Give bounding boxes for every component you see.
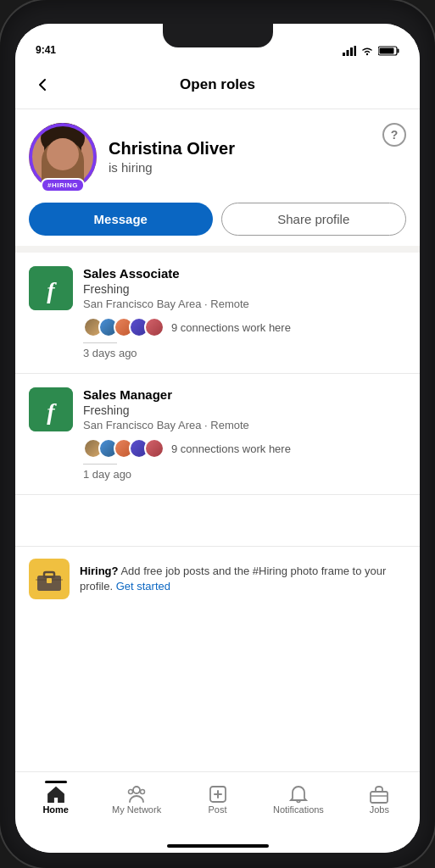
post-icon [208, 784, 228, 804]
connections-row-2: 9 connections work here [83, 438, 406, 459]
phone-screen: 9:41 [15, 24, 420, 853]
battery-icon [378, 46, 399, 56]
status-time: 9:41 [36, 44, 56, 56]
svg-rect-1 [347, 50, 349, 56]
profile-text: Christina Oliver is hiring [109, 139, 235, 175]
notifications-icon [288, 784, 309, 804]
back-icon [34, 76, 51, 93]
job-company-1: Freshing [83, 282, 406, 296]
signal-icon [343, 46, 356, 56]
svg-point-16 [60, 160, 65, 164]
back-button[interactable] [29, 71, 56, 98]
action-buttons: Message Share profile [29, 203, 406, 236]
svg-point-11 [46, 142, 80, 179]
freshing-logo-1: f [29, 266, 73, 310]
separator-1 [83, 342, 117, 343]
nav-item-jobs[interactable]: Jobs [339, 781, 420, 815]
home-indicator [167, 844, 269, 848]
svg-rect-34 [371, 792, 388, 803]
profile-info: #HIRING Christina Oliver is hiring [29, 123, 235, 191]
job-item[interactable]: f Sales Associate Freshing San Francisco… [15, 253, 420, 374]
nav-item-my-network[interactable]: My Network [96, 781, 176, 815]
job-title-1: Sales Associate [83, 266, 406, 281]
header: Open roles [15, 61, 420, 109]
svg-point-4 [366, 53, 368, 55]
job-details-1: Sales Associate Freshing San Francisco B… [83, 266, 406, 359]
help-icon: ? [391, 128, 399, 142]
job-company-2: Freshing [83, 403, 406, 417]
job-location-2: San Francisco Bay Area · Remote [83, 419, 406, 431]
company-logo-1: f [29, 266, 73, 310]
get-started-link[interactable]: Get started [116, 580, 170, 593]
avatar-stack-2 [83, 438, 165, 459]
svg-point-13 [66, 152, 73, 159]
svg-rect-27 [47, 578, 52, 583]
screen-content: Open roles [15, 61, 420, 853]
avatar-wrap: #HIRING [29, 123, 97, 191]
job-details-2: Sales Manager Freshing San Francisco Bay… [83, 387, 406, 481]
mini-avatar [144, 317, 165, 337]
home-active-indicator [45, 781, 67, 783]
time-ago-1: 3 days ago [83, 347, 406, 359]
svg-point-10 [44, 136, 81, 160]
job-title-2: Sales Manager [83, 387, 406, 402]
profile-top: #HIRING Christina Oliver is hiring ? [29, 123, 406, 191]
connections-text-2: 9 connections work here [171, 442, 291, 455]
svg-rect-2 [350, 47, 353, 56]
jobs-section: f Sales Associate Freshing San Francisco… [15, 253, 420, 771]
svg-point-30 [141, 790, 145, 794]
nav-label-my-network: My Network [112, 804, 161, 815]
nav-item-home[interactable]: Home [15, 781, 96, 815]
content-spacer [15, 495, 420, 546]
help-button[interactable]: ? [382, 123, 406, 147]
profile-name: Christina Oliver [109, 139, 235, 159]
nav-label-notifications: Notifications [273, 804, 324, 815]
svg-point-14 [54, 153, 59, 158]
avatar-stack-1 [83, 317, 165, 337]
mini-avatar [144, 438, 165, 459]
phone-frame: 9:41 [0, 0, 435, 868]
svg-rect-7 [380, 48, 394, 54]
svg-rect-0 [343, 53, 345, 56]
my-network-icon [126, 784, 147, 804]
home-icon [46, 784, 66, 804]
job-location-1: San Francisco Bay Area · Remote [83, 298, 406, 310]
briefcase-icon [29, 559, 70, 599]
company-logo-2: f [29, 387, 73, 431]
hiring-badge: #HIRING [41, 178, 85, 192]
share-profile-button[interactable]: Share profile [221, 203, 407, 236]
connections-text-1: 9 connections work here [171, 321, 291, 334]
briefcase-svg [36, 567, 63, 591]
freshing-logo-2: f [29, 387, 73, 431]
time-ago-2: 1 day ago [83, 468, 406, 481]
profile-section: #HIRING Christina Oliver is hiring ? Mes… [15, 109, 420, 253]
wifi-icon [360, 46, 374, 56]
svg-rect-25 [44, 572, 54, 577]
nav-item-post[interactable]: Post [177, 781, 258, 815]
nav-label-post: Post [209, 804, 227, 815]
nav-label-home: Home [42, 804, 69, 815]
message-button[interactable]: Message [29, 203, 213, 236]
jobs-icon [369, 784, 389, 804]
status-icons [343, 46, 399, 56]
page-title: Open roles [56, 76, 379, 93]
svg-point-29 [129, 790, 133, 794]
bottom-nav: Home My Network [15, 771, 420, 839]
job-item[interactable]: f Sales Manager Freshing San Francisco B… [15, 374, 420, 495]
phone-notch [163, 24, 273, 47]
nav-label-jobs: Jobs [370, 804, 389, 815]
profile-subtitle: is hiring [109, 160, 235, 175]
nav-item-notifications[interactable]: Notifications [258, 781, 338, 815]
home-indicator-bar [15, 839, 420, 853]
hiring-text-prefix: Hiring? [80, 565, 119, 577]
connections-row-1: 9 connections work here [83, 317, 406, 337]
hiring-banner: Hiring? Add free job posts and the #Hiri… [15, 546, 420, 611]
svg-point-15 [68, 153, 72, 158]
hiring-text: Hiring? Add free job posts and the #Hiri… [80, 564, 406, 594]
svg-rect-3 [354, 46, 357, 56]
svg-rect-6 [398, 49, 399, 53]
separator-2 [83, 464, 117, 465]
svg-point-28 [133, 787, 140, 793]
svg-point-12 [53, 152, 59, 159]
